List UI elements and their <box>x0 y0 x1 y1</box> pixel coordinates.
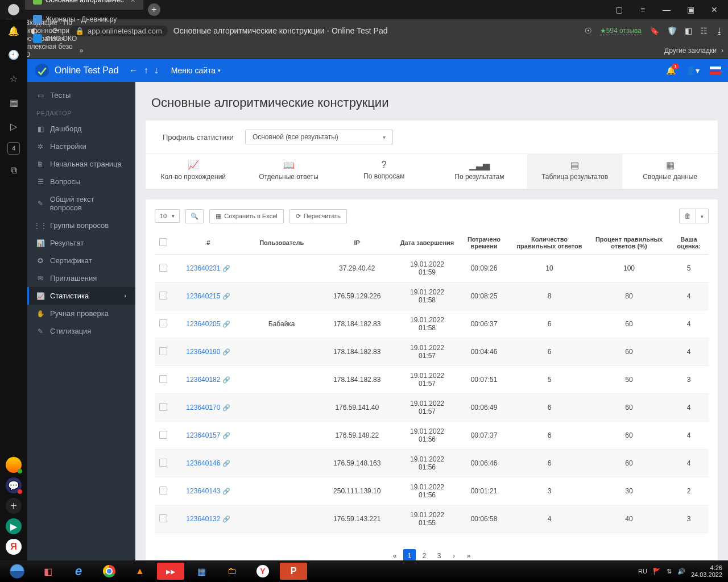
row-checkbox[interactable] <box>159 264 167 272</box>
tray-lang[interactable]: RU <box>638 568 647 575</box>
other-bookmarks[interactable]: Другие закладки › <box>664 47 723 55</box>
result-id-link[interactable]: 123640205 <box>186 320 220 328</box>
explorer-icon[interactable]: 🗀 <box>218 563 246 580</box>
stat-tab[interactable]: ?По вопросам <box>336 154 432 189</box>
link-icon[interactable]: 🔗 <box>222 516 230 522</box>
row-checkbox[interactable] <box>159 403 167 411</box>
link-icon[interactable]: 🔗 <box>222 404 230 411</box>
collections-icon[interactable]: ▤ <box>6 94 22 110</box>
menu-icon[interactable]: ≡ <box>631 0 654 19</box>
history-icon[interactable]: 🕘 <box>6 47 22 63</box>
sidebar-item[interactable]: 📊Результат <box>27 234 135 252</box>
delete-menu-button[interactable]: ▾ <box>696 209 709 223</box>
page-button[interactable]: › <box>448 549 460 560</box>
sidebar-item[interactable]: ✲Настройки <box>27 138 135 155</box>
sidebar-tests[interactable]: ▭Тесты <box>27 86 135 104</box>
result-id-link[interactable]: 123640182 <box>186 376 220 384</box>
link-icon[interactable]: 🔗 <box>222 488 230 494</box>
sidebar-item[interactable]: ☰Вопросы <box>27 173 135 190</box>
page-size-select[interactable]: 10▾ <box>155 209 180 223</box>
site-menu-button[interactable]: Меню сайта ▾ <box>171 66 221 75</box>
nav-back-icon[interactable]: ← <box>129 65 138 76</box>
result-id-link[interactable]: 123640190 <box>186 348 220 356</box>
browser-tab[interactable]: Журналы - Дневник.ру <box>25 10 143 29</box>
stat-tab[interactable]: 📈Кол-во прохождений <box>146 154 241 189</box>
download-icon[interactable]: ⭳ <box>715 26 723 35</box>
avatar-icon[interactable] <box>2 0 25 19</box>
minimize-icon[interactable]: — <box>655 0 678 19</box>
stat-tab[interactable]: ▁▃▅По результатам <box>432 154 527 189</box>
browser-tab[interactable]: ФИС ОКО <box>25 29 143 48</box>
nav-down-icon[interactable]: ↓ <box>154 65 159 76</box>
app-name[interactable]: Online Test Pad <box>55 65 119 76</box>
notifications-icon[interactable]: 🔔 <box>6 23 22 39</box>
yandex-disk-icon[interactable] <box>6 457 22 473</box>
page-button[interactable]: 2 <box>418 549 431 560</box>
totalcmd-icon[interactable]: ▦ <box>188 563 215 580</box>
result-id-link[interactable]: 123640157 <box>186 431 220 439</box>
stat-tab[interactable]: 📖Отдельные ответы <box>241 154 337 189</box>
sidebar-item[interactable]: 📈Статистика› <box>27 287 135 305</box>
sidebar-item[interactable]: ✎Общий текст вопросов <box>27 190 135 217</box>
sidebar-item[interactable]: ◧Дашборд <box>27 120 135 138</box>
sidebar-item[interactable]: ✉Приглашения <box>27 269 135 287</box>
tray-sound-icon[interactable]: 🔊 <box>677 568 685 575</box>
extension-icon[interactable]: ◧ <box>685 26 692 35</box>
close-icon[interactable]: ✕ <box>703 0 726 19</box>
yandex-browser-icon[interactable]: Y <box>249 563 276 580</box>
count-badge-icon[interactable]: 4 <box>7 142 20 155</box>
screenshot-icon[interactable]: ⧉ <box>6 163 22 178</box>
translate-icon[interactable]: ☷ <box>700 26 708 35</box>
link-icon[interactable]: 🔗 <box>222 321 230 327</box>
start-button[interactable] <box>3 563 31 580</box>
chrome-icon[interactable] <box>96 563 123 580</box>
page-button[interactable]: 3 <box>433 549 445 560</box>
new-tab-button[interactable]: + <box>148 3 160 16</box>
result-id-link[interactable]: 123640146 <box>186 459 220 467</box>
sidebar-item[interactable]: ⋮⋮Группы вопросов <box>27 217 135 234</box>
close-tab-icon[interactable]: × <box>130 0 135 5</box>
result-id-link[interactable]: 123640170 <box>186 404 220 411</box>
row-checkbox[interactable] <box>159 487 167 494</box>
sidebar-item[interactable]: 🗎Начальная страница <box>27 155 135 173</box>
powerpoint-icon[interactable]: P <box>280 563 307 580</box>
row-checkbox[interactable] <box>159 319 167 327</box>
stat-tab[interactable]: ▤Таблица результатов <box>527 154 623 189</box>
recalculate-button[interactable]: ⟳Пересчитать <box>289 209 347 223</box>
yandex-icon[interactable]: Я <box>6 539 22 555</box>
dashboard-icon[interactable]: ▢ <box>607 0 630 19</box>
link-icon[interactable]: 🔗 <box>222 432 230 439</box>
export-excel-button[interactable]: ▦Сохранить в Excel <box>209 209 284 223</box>
sidebar-item[interactable]: ✋Ручная проверка <box>27 305 135 322</box>
link-icon[interactable]: 🔗 <box>222 376 230 383</box>
link-icon[interactable]: 🔗 <box>222 293 230 300</box>
result-id-link[interactable]: 123640132 <box>186 515 220 523</box>
office-icon[interactable]: ◧ <box>34 563 61 580</box>
maximize-icon[interactable]: ▣ <box>679 0 702 19</box>
tray-flag-icon[interactable]: 🚩 <box>653 568 661 575</box>
sidebar-item[interactable]: ✪Сертификат <box>27 252 135 269</box>
result-id-link[interactable]: 123640215 <box>186 292 220 300</box>
link-icon[interactable]: 🔗 <box>222 460 230 467</box>
anydesk-icon[interactable]: ▸▸ <box>157 563 184 580</box>
stat-tab[interactable]: ▦Сводные данные <box>622 154 718 189</box>
tray-clock[interactable]: 4:26 24.03.2022 <box>691 564 725 578</box>
link-icon[interactable]: 🔗 <box>222 265 230 272</box>
result-id-link[interactable]: 123640231 <box>186 264 220 272</box>
favorites-icon[interactable]: ☆ <box>6 70 22 86</box>
row-checkbox[interactable] <box>159 347 167 355</box>
notifications-button[interactable]: 🔔1 <box>666 66 676 75</box>
nav-up-icon[interactable]: ↑ <box>144 65 148 76</box>
vlc-icon[interactable]: ▲ <box>126 563 154 580</box>
reviews-badge[interactable]: ★594 отзыва <box>600 27 642 35</box>
result-id-link[interactable]: 123640143 <box>186 487 220 495</box>
row-checkbox[interactable] <box>159 514 167 522</box>
link-icon[interactable]: 🔗 <box>222 348 230 355</box>
search-button[interactable]: 🔍 <box>185 209 204 223</box>
row-checkbox[interactable] <box>159 375 167 383</box>
app-logo-icon[interactable] <box>34 63 50 78</box>
play-icon[interactable]: ▷ <box>6 118 22 134</box>
search-icon[interactable]: ☉ <box>585 26 592 35</box>
add-shortcut-button[interactable]: + <box>6 498 22 514</box>
bookmark-icon[interactable]: 🔖 <box>650 26 659 35</box>
